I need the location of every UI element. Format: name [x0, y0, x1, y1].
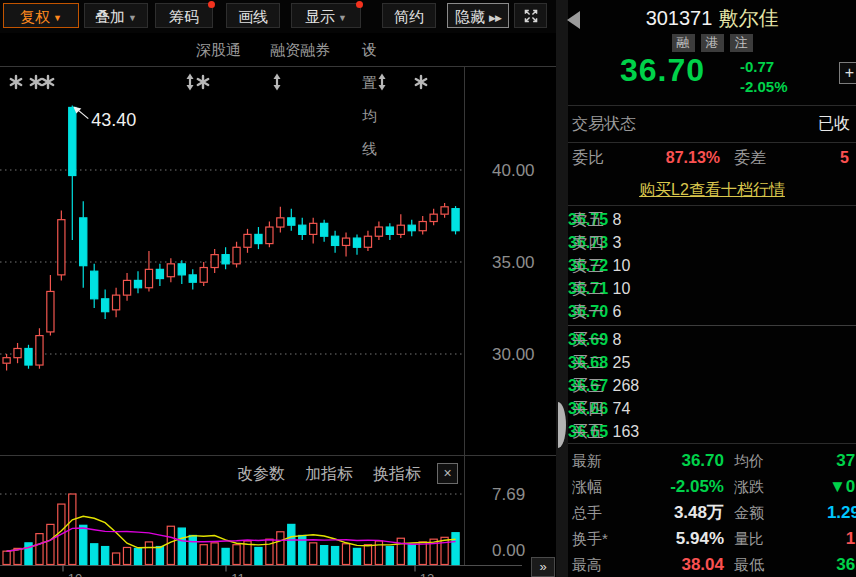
plus-icon: + — [845, 64, 854, 81]
bid-row-3[interactable]: 买三 36.67 268 — [568, 374, 856, 397]
scroll-right-button[interactable]: » — [531, 557, 555, 577]
bid5-label: 买五 — [572, 420, 604, 443]
ask-row-3[interactable]: 卖三 36.72 10 — [568, 254, 856, 277]
abs-change-value: ▼0. — [738, 474, 856, 500]
simple-mode-button[interactable]: 简约 — [382, 3, 436, 28]
svg-text:11: 11 — [231, 571, 245, 577]
stock-code: 301371 — [646, 7, 713, 29]
divider — [568, 443, 856, 444]
hk-connect-badge: 港 — [701, 34, 724, 52]
event-star-icon — [198, 76, 208, 88]
bid3-label: 买三 — [572, 374, 604, 397]
ask-row-2[interactable]: 卖二 36.71 10 — [568, 277, 856, 300]
change-params-button[interactable]: 改参数 — [237, 463, 285, 485]
pct-change-value: -2.05% — [608, 474, 724, 500]
stats-row: 最高 38.04 最低 36. — [568, 552, 856, 577]
ask-row-4[interactable]: 卖四 36.73 3 — [568, 231, 856, 254]
sz-connect-tag[interactable]: 深股通 — [196, 33, 241, 66]
display-button[interactable]: 显示▼ — [291, 3, 361, 28]
event-star-icon — [11, 76, 21, 88]
bid1-label: 买一 — [572, 328, 604, 351]
event-star-icon — [416, 76, 426, 88]
chip-distribution-button[interactable]: 筹码 — [155, 3, 213, 28]
price-annotation: 43.40 — [73, 107, 136, 130]
turnover-rate-value: 5.94% — [608, 526, 724, 552]
stock-title: 301371敷尔佳 — [568, 5, 856, 32]
ask1-volume: 6 — [613, 303, 622, 320]
stock-name: 敷尔佳 — [718, 7, 778, 29]
notification-dot-icon — [208, 1, 215, 8]
bid-row-4[interactable]: 买四 36.66 74 — [568, 397, 856, 420]
svg-text:0.00: 0.00 — [492, 541, 525, 560]
market-tags-bar: 深股通 融资融券 设置均线▼ — [0, 33, 556, 66]
avg-price-value: 37. — [738, 448, 856, 474]
weibi-value: 87.13% — [624, 142, 720, 174]
ask-row-5[interactable]: 卖五 36.75 8 — [568, 208, 856, 231]
overlay-button[interactable]: 叠加▼ — [84, 3, 148, 28]
hide-button[interactable]: 隐藏▶▶ — [447, 3, 509, 28]
low-value: 36. — [738, 552, 856, 577]
close-icon: × — [443, 465, 451, 481]
margin-trading-tag[interactable]: 融资融券 — [270, 33, 330, 66]
change-percent: -2.05% — [740, 77, 788, 97]
add-to-watchlist-button[interactable]: + — [839, 62, 856, 84]
expand-icon — [522, 7, 540, 25]
bid-row-5[interactable]: 买五 36.65 163 — [568, 420, 856, 443]
panel-splitter[interactable] — [556, 0, 568, 577]
adjust-price-button[interactable]: 复权▼ — [3, 3, 79, 28]
svg-text:43.40: 43.40 — [91, 110, 136, 130]
ask3-volume: 10 — [613, 257, 631, 274]
svg-text:7.69: 7.69 — [492, 485, 525, 504]
ask4-volume: 3 — [613, 234, 622, 251]
close-indicator-button[interactable]: × — [437, 463, 458, 484]
bid5-volume: 163 — [613, 423, 640, 440]
high-value: 38.04 — [608, 552, 724, 577]
kline-chart[interactable]: 40.0035.0030.007.690.0043.40101112 — [0, 66, 556, 577]
ask3-label: 卖三 — [572, 254, 604, 277]
add-indicator-button[interactable]: 加指标 — [305, 463, 353, 485]
fullscreen-button[interactable] — [514, 3, 547, 28]
chevron-down-icon: ▼ — [338, 13, 347, 23]
registered-badge: 注 — [730, 34, 753, 52]
quote-panel: 301371敷尔佳 融港注 36.70 -0.77 -2.05% + 交易状态 … — [568, 0, 856, 577]
ask2-label: 卖二 — [572, 277, 604, 300]
ask2-volume: 10 — [613, 280, 631, 297]
event-markers-group — [11, 74, 426, 91]
ask-row-1[interactable]: 卖一 36.70 6 — [568, 300, 856, 323]
candles-group — [3, 106, 459, 371]
svg-text:30.00: 30.00 — [492, 345, 535, 364]
event-arrow-icon — [187, 74, 194, 91]
double-right-arrow-icon: ▶▶ — [489, 13, 501, 23]
ask4-label: 卖四 — [572, 231, 604, 254]
svg-text:10: 10 — [68, 571, 82, 577]
price-change: -0.77 -2.05% — [740, 57, 788, 97]
order-ratio-row: 委比 87.13% 委差 5 — [568, 142, 856, 174]
bid2-volume: 25 — [613, 354, 631, 371]
chevron-down-icon: ▼ — [365, 33, 374, 66]
switch-indicator-button[interactable]: 换指标 — [373, 463, 421, 485]
buy-l2-link[interactable]: 购买L2查看十档行情 — [568, 176, 856, 204]
weibi-label: 委比 — [572, 142, 604, 174]
splitter-handle-icon[interactable] — [558, 402, 566, 448]
chart-toolbar: 复权▼ 叠加▼ 筹码 画线 显示▼ 简约 隐藏▶▶ — [0, 0, 556, 33]
chevron-down-icon: ▼ — [53, 13, 62, 23]
latest-value: 36.70 — [608, 448, 724, 474]
turnover-amount-value: 1.29 — [738, 500, 856, 526]
bid3-volume: 268 — [613, 377, 640, 394]
volume-ratio-value: 1. — [738, 526, 856, 552]
event-star-icon — [43, 76, 53, 88]
stats-row: 总手 3.48万 金额 1.29 — [568, 500, 856, 526]
x-axis: 101112 — [63, 566, 434, 577]
bid-row-2[interactable]: 买二 36.68 25 — [568, 351, 856, 374]
high-label: 最高 — [572, 552, 602, 577]
double-chevron-right-icon: » — [539, 559, 546, 574]
trade-status-label: 交易状态 — [572, 106, 636, 142]
weicha-value: 5 — [840, 142, 849, 174]
bid-row-1[interactable]: 买一 36.69 8 — [568, 328, 856, 351]
stats-row: 涨幅 -2.05% 涨跌 ▼0. — [568, 474, 856, 500]
ask1-label: 卖一 — [572, 300, 604, 323]
bid2-label: 买二 — [572, 351, 604, 374]
draw-line-button[interactable]: 画线 — [226, 3, 280, 28]
total-lots-label: 总手 — [572, 500, 602, 526]
change-value: -0.77 — [740, 57, 788, 77]
